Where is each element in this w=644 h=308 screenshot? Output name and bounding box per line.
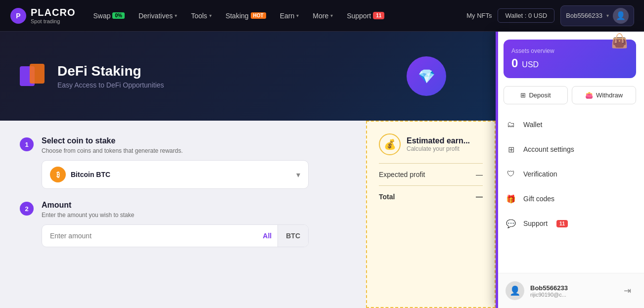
avatar: 👤 [613, 8, 629, 24]
total-row: Total — [379, 185, 483, 208]
form-section: 1 Select coin to stake Choose from coins… [0, 121, 366, 308]
deposit-button[interactable]: ⊞ Deposit [504, 86, 568, 104]
wallet-menu-icon: 🗂 [506, 119, 516, 130]
step1-desc: Choose from coins and tokens that genera… [42, 147, 309, 154]
chevron-down-icon: ▾ [209, 13, 212, 18]
assets-currency: USD [522, 60, 539, 69]
menu-verification[interactable]: 🛡 Verification [496, 162, 644, 186]
assets-card: 👜 Assets overview 0 USD [504, 40, 636, 78]
btc-icon: ₿ [50, 167, 66, 182]
chevron-down-icon: ▾ [296, 13, 299, 18]
logo-icon: P [10, 7, 27, 24]
all-button[interactable]: All [257, 232, 277, 240]
menu-support[interactable]: 💬 Support 11 [496, 211, 644, 236]
assets-value: 0 [511, 56, 518, 70]
user-menu-button[interactable]: Bob5566233 ▾ 👤 [560, 5, 634, 26]
action-buttons: ⊞ Deposit 👛 Withdraw [496, 86, 644, 104]
earn-icon: 💰 [379, 133, 401, 155]
hero-logo: DeFi Staking Easy Access to DeFi Opportu… [20, 61, 164, 91]
amount-input-wrapper: All BTC [42, 224, 309, 247]
currency-label: BTC [277, 225, 308, 247]
hero-circle-icon: 💎 [407, 56, 446, 96]
deposit-icon: ⊞ [520, 91, 526, 99]
expected-profit-row: Expected profit — [379, 163, 483, 185]
hero-title: DeFi Staking [57, 63, 164, 79]
estimated-title: Estimated earn... [407, 136, 470, 145]
user-footer: 👤 Bob5566233 rijic90190@c... ⇥ [496, 273, 644, 308]
wallet-icon: 👜 [611, 33, 628, 49]
swap-badge: 0% [112, 12, 124, 19]
svg-rect-3 [30, 64, 45, 84]
main-content: DeFi Staking Easy Access to DeFi Opportu… [0, 32, 644, 308]
coin-name: Bitcoin BTC [71, 171, 110, 178]
footer-username: Bob5566233 [530, 284, 614, 292]
step2-desc: Enter the amount you wish to stake [42, 212, 309, 219]
menu-wallet[interactable]: 🗂 Wallet [496, 112, 644, 137]
svg-text:P: P [16, 12, 20, 20]
expected-profit-label: Expected profit [379, 171, 425, 178]
footer-avatar: 👤 [506, 281, 524, 300]
step2-row: 2 Amount Enter the amount you wish to st… [20, 201, 346, 247]
footer-email: rijic90190@c... [530, 292, 614, 298]
shield-icon: 🛡 [506, 169, 516, 179]
support-badge: 11 [373, 12, 384, 19]
step1-badge: 1 [20, 137, 34, 151]
nav-more[interactable]: More ▾ [307, 9, 339, 23]
nav-right: My NFTs Wallet : 0 USD Bob5566233 ▾ 👤 [466, 5, 634, 26]
dropdown-menu: 🗂 Wallet ⊞ Account settings 🛡 Verificati… [496, 108, 644, 273]
nav-derivatives[interactable]: Derivatives ▾ [133, 9, 183, 23]
logo-sub: Spot trading [31, 18, 75, 24]
total-value: — [476, 193, 483, 201]
step2-badge: 2 [20, 202, 34, 216]
step2-title: Amount [42, 201, 309, 210]
chevron-down-icon: ▾ [175, 13, 177, 18]
step1-row: 1 Select coin to stake Choose from coins… [20, 136, 346, 189]
withdraw-icon: 👛 [585, 91, 593, 99]
estimated-panel: 💰 Estimated earn... Calculate your profi… [366, 121, 496, 308]
nav-earn[interactable]: Earn ▾ [274, 9, 305, 23]
withdraw-button[interactable]: 👛 Withdraw [572, 86, 636, 104]
wallet-button[interactable]: Wallet : 0 USD [498, 8, 554, 23]
logo[interactable]: P PLACRO Spot trading [10, 7, 75, 24]
nav-items: Swap 0% Derivatives ▾ Tools ▾ Staking HO… [87, 9, 462, 23]
chevron-down-icon: ▾ [330, 13, 333, 18]
menu-account-settings[interactable]: ⊞ Account settings [496, 137, 644, 162]
nav-staking[interactable]: Staking HOT [220, 9, 272, 23]
estimated-subtitle: Calculate your profit [407, 145, 470, 152]
estimated-header: 💰 Estimated earn... Calculate your profi… [379, 133, 483, 155]
nav-swap[interactable]: Swap 0% [87, 9, 130, 23]
chevron-down-icon: ▾ [606, 13, 609, 18]
support-menu-icon: 💬 [506, 218, 516, 229]
my-nfts-button[interactable]: My NFTs [466, 12, 492, 20]
coin-select-dropdown[interactable]: ₿ Bitcoin BTC ▾ [42, 160, 309, 189]
logo-name: PLACRO [31, 7, 75, 18]
settings-icon: ⊞ [506, 144, 516, 155]
nav-support[interactable]: Support 11 [341, 9, 390, 23]
logout-button[interactable]: ⇥ [620, 284, 634, 298]
navbar: P PLACRO Spot trading Swap 0% Derivative… [0, 0, 644, 32]
chevron-down-icon: ▾ [296, 170, 300, 179]
amount-input[interactable] [42, 225, 257, 247]
total-label: Total [379, 193, 395, 201]
nav-tools[interactable]: Tools ▾ [185, 9, 218, 23]
accent-bar [496, 32, 498, 308]
gift-icon: 🎁 [506, 193, 516, 204]
user-dropdown-panel: 👜 Assets overview 0 USD ⊞ Deposit 👛 With… [496, 32, 644, 308]
expected-profit-value: — [476, 171, 483, 178]
step1-title: Select coin to stake [42, 136, 309, 145]
hot-badge: HOT [251, 12, 266, 19]
hero-subtitle: Easy Access to DeFi Opportunities [57, 81, 164, 89]
menu-gift-codes[interactable]: 🎁 Gift codes [496, 186, 644, 211]
defi-logo-icon [20, 61, 49, 91]
support-count-badge: 11 [556, 220, 568, 227]
